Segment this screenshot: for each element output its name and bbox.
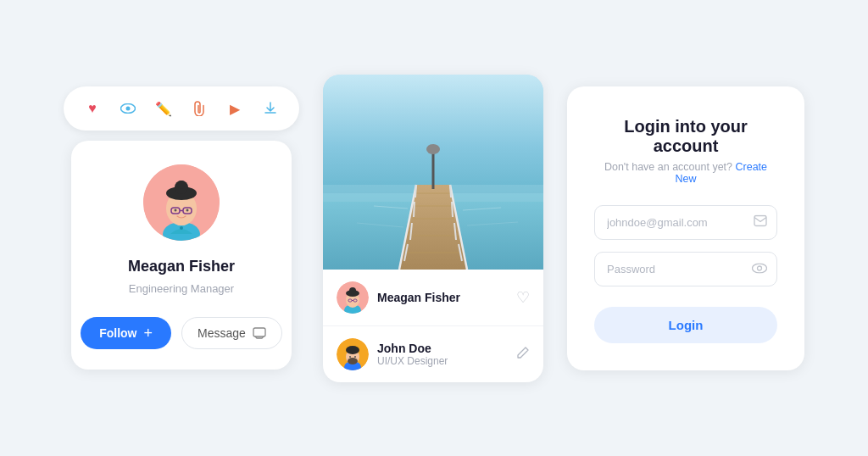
svg-point-12 (175, 209, 177, 212)
heart-icon[interactable]: ♥ (79, 95, 106, 122)
login-subtitle: Don't have an account yet? Create New (594, 161, 777, 185)
email-input[interactable] (594, 205, 777, 240)
password-input-group (594, 252, 777, 286)
password-input[interactable] (594, 252, 777, 286)
left-column: ♥ ✏️ ▶ (64, 86, 299, 370)
play-icon[interactable]: ▶ (221, 95, 248, 122)
login-button[interactable]: Login (594, 307, 777, 343)
svg-point-55 (354, 356, 356, 358)
card-user-row-2: John Doe UI/UX Designer (323, 326, 543, 382)
card-user-info-2: John Doe UI/UX Designer (337, 338, 448, 370)
follow-button[interactable]: Follow + (81, 317, 171, 349)
profile-title: Engineering Manager (129, 282, 234, 295)
svg-point-8 (177, 181, 186, 189)
clip-icon[interactable] (186, 95, 213, 122)
eye-password-icon (752, 262, 767, 276)
svg-line-31 (450, 185, 451, 197)
profile-actions: Follow + Message (81, 317, 282, 349)
svg-point-58 (758, 266, 762, 270)
svg-point-52 (346, 346, 359, 354)
eye-icon[interactable] (114, 95, 142, 122)
message-button[interactable]: Message (181, 317, 282, 349)
svg-point-1 (126, 107, 131, 111)
profile-name: Meagan Fisher (128, 258, 235, 275)
message-label: Message (198, 326, 246, 340)
edit-icon[interactable] (516, 346, 530, 363)
toolbar: ♥ ✏️ ▶ (64, 86, 299, 131)
svg-rect-56 (754, 216, 766, 226)
download-icon[interactable] (257, 95, 284, 122)
card-user-subtitle-2: UI/UX Designer (377, 355, 448, 367)
svg-point-13 (186, 209, 189, 212)
svg-line-28 (414, 202, 415, 217)
card-image (323, 75, 543, 270)
mini-avatar-2 (337, 338, 369, 370)
middle-card: Meagan Fisher ♡ (323, 75, 543, 382)
card-username-1: Meagan Fisher (377, 291, 460, 304)
main-canvas: ♥ ✏️ ▶ (0, 0, 868, 456)
svg-line-27 (415, 185, 416, 197)
card-user-row-1: Meagan Fisher ♡ (323, 270, 543, 326)
login-card: Login into your account Don't have an ac… (567, 86, 804, 370)
svg-point-57 (753, 264, 767, 273)
svg-rect-15 (253, 328, 265, 336)
svg-point-45 (349, 287, 356, 294)
card-heart-icon[interactable]: ♡ (516, 288, 530, 307)
follow-plus: + (144, 325, 153, 341)
svg-point-54 (349, 356, 351, 358)
svg-point-14 (180, 226, 183, 230)
svg-point-53 (348, 358, 358, 364)
card-username-2: John Doe (377, 342, 448, 355)
svg-point-36 (426, 144, 440, 154)
mini-avatar-1 (337, 281, 369, 314)
avatar (143, 164, 220, 241)
email-icon (754, 215, 767, 230)
message-icon (253, 327, 266, 339)
svg-line-32 (452, 202, 453, 217)
follow-label: Follow (99, 326, 136, 340)
card-user-text-2: John Doe UI/UX Designer (377, 342, 448, 367)
login-title: Login into your account (594, 117, 777, 156)
profile-card: Meagan Fisher Engineering Manager Follow… (71, 141, 292, 370)
email-input-group (594, 205, 777, 240)
card-user-info-1: Meagan Fisher (337, 281, 460, 314)
pencil-icon[interactable]: ✏️ (150, 95, 177, 122)
login-subtitle-text: Don't have an account yet? (604, 161, 732, 173)
